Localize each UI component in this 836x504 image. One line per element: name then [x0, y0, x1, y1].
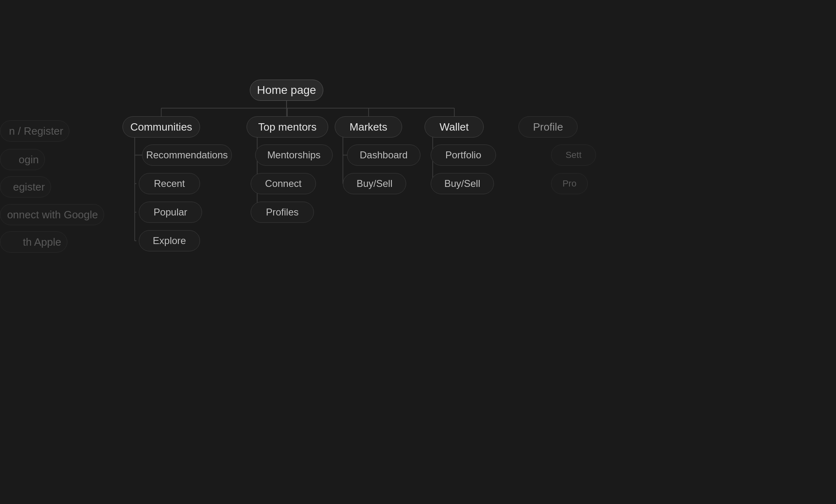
node-wallet[interactable]: Wallet	[425, 116, 484, 138]
node-profiles[interactable]: Profiles	[251, 202, 314, 223]
node-buysell-markets[interactable]: Buy/Sell	[343, 173, 406, 194]
node-buysell-wallet[interactable]: Buy/Sell	[431, 173, 494, 194]
node-p-partial: Pro	[551, 173, 588, 194]
node-connect[interactable]: Connect	[251, 173, 316, 194]
node-recent[interactable]: Recent	[139, 173, 200, 194]
node-homepage[interactable]: Home page	[250, 80, 323, 101]
node-mentorships[interactable]: Mentorships	[255, 144, 333, 166]
node-top-mentors[interactable]: Top mentors	[247, 116, 328, 138]
node-recommendations[interactable]: Recommendations	[142, 144, 232, 166]
node-settings-partial: Sett	[551, 144, 596, 166]
node-communities[interactable]: Communities	[122, 116, 200, 138]
node-markets[interactable]: Markets	[335, 116, 402, 138]
node-login-register: n / Register	[0, 120, 69, 142]
node-login: ogin	[0, 149, 45, 170]
node-dashboard[interactable]: Dashboard	[347, 144, 420, 166]
node-explore[interactable]: Explore	[139, 230, 200, 251]
node-profile-right[interactable]: Profile	[518, 116, 578, 138]
node-register: egister	[0, 176, 51, 198]
node-apple: th Apple	[0, 231, 67, 253]
node-portfolio[interactable]: Portfolio	[431, 144, 496, 166]
node-connect-google: onnect with Google	[0, 204, 104, 225]
node-popular[interactable]: Popular	[139, 202, 202, 223]
diagram-canvas: Home page Communities Recommendations Re…	[0, 0, 836, 504]
connection-lines	[0, 0, 836, 504]
